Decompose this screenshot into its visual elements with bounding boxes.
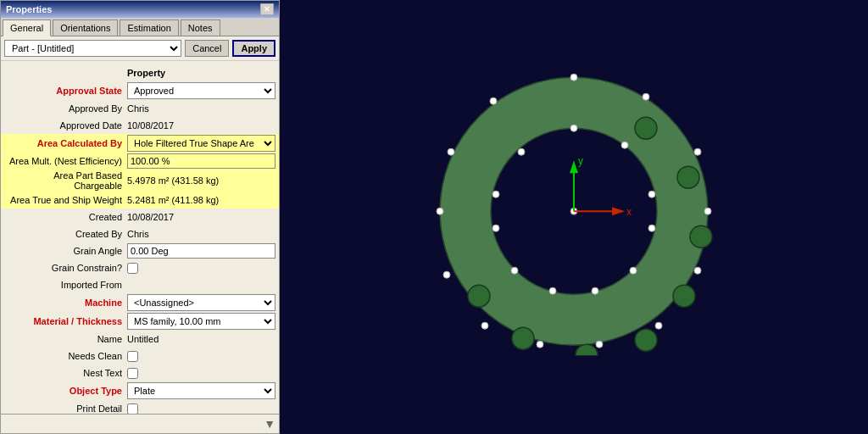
created-row: Created 10/08/2017 bbox=[1, 209, 279, 225]
3d-viewport[interactable]: y x bbox=[280, 0, 868, 434]
svg-point-27 bbox=[621, 142, 628, 148]
apply-button[interactable]: Apply bbox=[232, 40, 275, 57]
approval-state-row: Approval State Approved Pending Rejected bbox=[1, 81, 279, 100]
print-detail-row: Print Detail bbox=[1, 400, 279, 414]
svg-point-8 bbox=[673, 285, 695, 307]
needs-clean-checkbox[interactable] bbox=[127, 351, 138, 362]
svg-point-22 bbox=[443, 271, 450, 278]
svg-point-36 bbox=[518, 148, 525, 155]
svg-point-14 bbox=[643, 93, 649, 100]
grain-constrain-row: Grain Constrain? bbox=[1, 259, 279, 276]
svg-point-23 bbox=[437, 208, 443, 214]
properties-panel: Properties ✕ General Orientations Estima… bbox=[0, 0, 280, 434]
material-select[interactable]: MS family, 10.00 mm bbox=[127, 313, 275, 330]
svg-point-12 bbox=[468, 285, 490, 307]
area-calc-label: Area Calculated By bbox=[4, 138, 127, 148]
approval-state-label: Approval State bbox=[4, 86, 127, 96]
svg-point-34 bbox=[492, 225, 499, 231]
created-by-row: Created By Chris bbox=[1, 225, 279, 242]
machine-row: Machine <Unassigned> bbox=[1, 293, 279, 312]
area-ship-row: Area True and Ship Weight 5.2481 m² (411… bbox=[1, 192, 279, 209]
imported-from-label: Imported From bbox=[4, 280, 127, 290]
ring-shape: y x bbox=[430, 67, 718, 355]
approved-by-label: Approved By bbox=[4, 103, 127, 114]
object-type-label: Object Type bbox=[4, 386, 127, 396]
area-chargeable-label: Area Part Based Chargeable bbox=[4, 170, 127, 191]
approval-state-select[interactable]: Approved Pending Rejected bbox=[127, 82, 275, 99]
tab-estimation[interactable]: Estimation bbox=[120, 19, 178, 36]
close-button[interactable]: ✕ bbox=[260, 3, 274, 15]
svg-point-21 bbox=[481, 322, 488, 329]
area-mult-input[interactable] bbox=[127, 153, 275, 169]
area-ship-label: Area True and Ship Weight bbox=[4, 195, 127, 205]
svg-point-17 bbox=[694, 267, 701, 274]
window-title: Properties bbox=[6, 4, 52, 14]
material-label: Material / Thickness bbox=[4, 316, 127, 326]
tab-notes[interactable]: Notes bbox=[181, 19, 220, 36]
svg-point-16 bbox=[704, 208, 711, 214]
area-chargeable-row: Area Part Based Chargeable 5.4978 m² (43… bbox=[1, 170, 279, 192]
cancel-button[interactable]: Cancel bbox=[185, 40, 229, 57]
svg-point-32 bbox=[549, 287, 556, 294]
toolbar: Part - [Untitled] Cancel Apply bbox=[1, 36, 279, 61]
svg-point-18 bbox=[655, 322, 662, 329]
imported-from-row: Imported From bbox=[1, 276, 279, 293]
svg-point-30 bbox=[630, 267, 637, 274]
nest-text-label: Nest Text bbox=[4, 368, 127, 378]
svg-point-26 bbox=[570, 125, 577, 131]
svg-point-19 bbox=[596, 341, 603, 348]
bottom-bar: ▼ bbox=[1, 414, 279, 433]
svg-point-20 bbox=[537, 341, 543, 348]
svg-point-5 bbox=[635, 117, 657, 139]
title-bar: Properties ✕ bbox=[1, 1, 279, 18]
form-area: Property Approval State Approved Pending… bbox=[1, 61, 279, 414]
svg-point-6 bbox=[677, 166, 699, 188]
material-row: Material / Thickness MS family, 10.00 mm bbox=[1, 312, 279, 331]
nest-text-checkbox[interactable] bbox=[127, 368, 138, 379]
part-selector[interactable]: Part - [Untitled] bbox=[4, 40, 181, 57]
svg-point-29 bbox=[648, 225, 655, 231]
created-by-value: Chris bbox=[127, 229, 149, 239]
svg-text:x: x bbox=[626, 206, 632, 218]
grain-angle-row: Grain Angle bbox=[1, 242, 279, 259]
area-calc-row: Area Calculated By Hole Filtered True Sh… bbox=[1, 134, 279, 153]
area-mult-label: Area Mult. (Nest Efficiency) bbox=[4, 156, 127, 166]
approved-date-label: Approved Date bbox=[4, 120, 127, 131]
svg-point-10 bbox=[576, 344, 598, 355]
scroll-indicator: ▼ bbox=[264, 417, 275, 431]
tab-bar: General Orientations Estimation Notes bbox=[1, 18, 279, 36]
area-mult-row: Area Mult. (Nest Efficiency) bbox=[1, 153, 279, 170]
grain-constrain-checkbox[interactable] bbox=[127, 263, 138, 274]
machine-label: Machine bbox=[4, 298, 127, 308]
nest-text-row: Nest Text bbox=[1, 364, 279, 381]
svg-text:y: y bbox=[578, 155, 583, 167]
object-type-select[interactable]: Plate bbox=[127, 382, 275, 399]
approved-by-value: Chris bbox=[127, 103, 149, 114]
machine-select[interactable]: <Unassigned> bbox=[127, 294, 275, 311]
grain-angle-label: Grain Angle bbox=[4, 246, 127, 256]
print-detail-label: Print Detail bbox=[4, 403, 127, 414]
name-row: Name Untitled bbox=[1, 331, 279, 348]
tab-orientations[interactable]: Orientations bbox=[53, 19, 118, 36]
grain-constrain-label: Grain Constrain? bbox=[4, 263, 127, 273]
area-calc-select[interactable]: Hole Filtered True Shape Are bbox=[127, 135, 275, 152]
print-detail-checkbox[interactable] bbox=[127, 403, 138, 415]
svg-point-25 bbox=[490, 97, 497, 104]
svg-point-11 bbox=[512, 327, 534, 349]
svg-point-9 bbox=[635, 329, 657, 351]
grain-angle-input[interactable] bbox=[127, 243, 275, 259]
created-by-label: Created By bbox=[4, 229, 127, 239]
svg-point-24 bbox=[448, 148, 454, 155]
area-chargeable-value: 5.4978 m² (431.58 kg) bbox=[127, 175, 219, 186]
name-label: Name bbox=[4, 334, 127, 344]
created-label: Created bbox=[4, 212, 127, 222]
section-header-row: Property bbox=[1, 64, 279, 81]
svg-point-13 bbox=[570, 74, 577, 81]
tab-general[interactable]: General bbox=[3, 19, 51, 36]
object-type-row: Object Type Plate bbox=[1, 381, 279, 400]
svg-point-28 bbox=[648, 191, 655, 198]
created-value: 10/08/2017 bbox=[127, 212, 174, 222]
needs-clean-row: Needs Clean bbox=[1, 348, 279, 364]
section-header: Property bbox=[127, 68, 275, 78]
needs-clean-label: Needs Clean bbox=[4, 351, 127, 361]
